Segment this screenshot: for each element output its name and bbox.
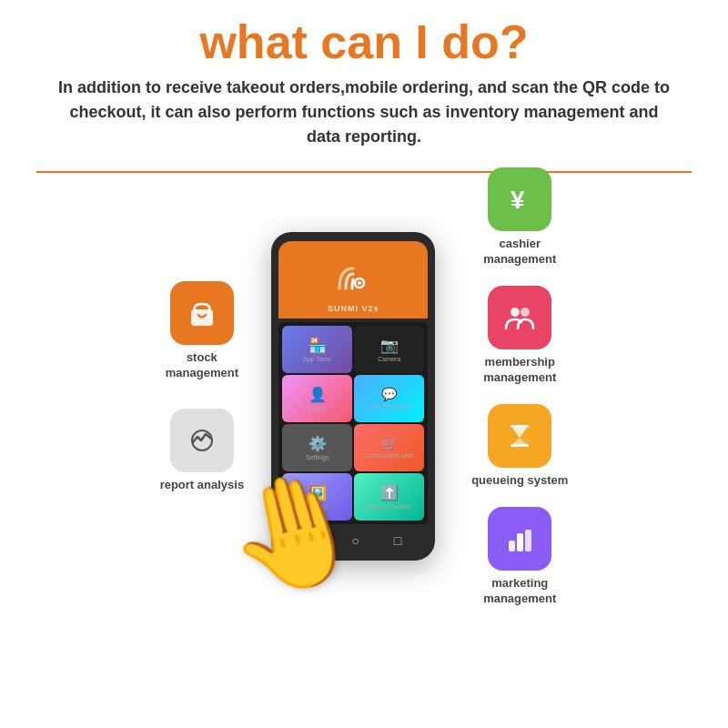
stock-management-icon [170,281,234,345]
svg-rect-10 [517,533,523,551]
feature-queueing-system: queueing system [471,404,568,489]
marketing-management-label: marketingmanagement [483,576,556,607]
left-features: stockmanagement report analysis [160,281,245,493]
feature-cashier-management: ¥ cashiermanagement [483,167,556,268]
yen-icon: ¥ [501,181,538,217]
main-content: stockmanagement report analysis [0,186,728,606]
app-store-label: App Store [303,356,331,362]
nfc-icon [330,261,376,298]
bar-chart-icon [501,521,538,557]
app-camera-label: Camera [378,356,400,362]
phone-nfc-area: SUNMI V2s [278,241,428,318]
app-feedback-label: User Feedback [368,403,410,410]
divider [36,171,692,173]
marketing-management-icon [488,507,551,571]
svg-point-5 [511,308,520,317]
svg-rect-11 [525,530,531,551]
membership-management-icon [488,286,551,349]
app-mall-icon[interactable]: 🛒 Consumable Mall [354,424,424,471]
nav-recent-button[interactable]: □ [394,533,401,548]
cashier-management-label: cashiermanagement [483,237,556,268]
report-analysis-icon [170,409,234,472]
phone-device-container: SUNMI V2s 🏪 App Store 📷 Camera [253,232,453,561]
svg-point-6 [521,308,530,317]
app-store-icon[interactable]: 🏪 App Store [282,326,352,373]
svg-rect-9 [509,541,515,551]
queueing-system-label: queueing system [471,473,568,489]
app-update-label: System Updater [367,503,412,510]
feature-report-analysis: report analysis [160,409,245,493]
hourglass-icon [501,418,538,454]
app-mall-label: Consumable Mall [365,452,414,459]
brand-label: SUNMI V2s [328,304,379,313]
right-features: ¥ cashiermanagement membershipmanagement [471,167,568,606]
svg-rect-8 [511,444,529,447]
feature-stock-management: stockmanagement [166,281,238,381]
bag-icon [184,295,220,331]
header-section: what can I do? In addition to receive ta… [0,0,728,158]
feature-marketing-management: marketingmanagement [483,507,556,607]
svg-point-3 [358,281,361,285]
membership-management-label: membershipmanagement [483,355,556,386]
queueing-system-icon [488,404,551,468]
app-avatar-label: Avatar [308,405,327,411]
app-camera-icon[interactable]: 📷 Camera [354,326,424,373]
people-icon [501,299,538,336]
chart-line-icon [184,422,220,459]
subtitle-text: In addition to receive takeout orders,mo… [36,76,692,149]
app-avatar-icon[interactable]: 👤 Avatar [282,375,352,422]
svg-text:¥: ¥ [511,186,525,214]
main-title: what can I do? [36,16,692,68]
stock-management-label: stockmanagement [166,350,238,381]
app-feedback-icon[interactable]: 💬 User Feedback [354,375,424,422]
feature-membership-management: membershipmanagement [483,286,556,386]
cashier-management-icon: ¥ [488,167,551,231]
app-update-icon[interactable]: ⬆️ System Updater [354,473,424,521]
svg-rect-7 [511,425,529,428]
